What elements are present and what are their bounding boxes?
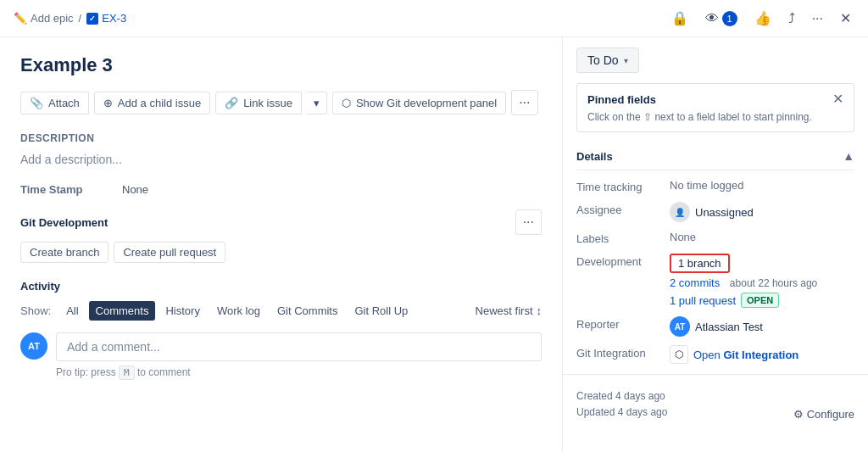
- comment-input[interactable]: Add a comment...: [56, 332, 542, 361]
- show-git-button[interactable]: ⬡ Show Git development panel: [332, 92, 506, 114]
- epic-link[interactable]: ✏️ Add epic: [14, 12, 74, 25]
- activity-tabs: Show: All Comments History Work log Git …: [20, 301, 542, 321]
- create-branch-button[interactable]: Create branch: [20, 242, 108, 263]
- right-panel: To Do ▾ Pinned fields ✕ Click on the ⇧ n…: [563, 37, 868, 452]
- git-integration-icon: ⬡: [670, 345, 688, 364]
- commits-link[interactable]: 2 commits: [670, 276, 720, 289]
- pr-row: 1 pull request OPEN: [670, 293, 854, 308]
- pin-icon: ⇧: [643, 111, 652, 123]
- footer-dates: Created 4 days ago Updated 4 days ago: [576, 388, 667, 421]
- description-label: Description: [20, 132, 542, 144]
- sort-button[interactable]: Newest first ↕: [476, 304, 542, 317]
- time-tracking-row: Time tracking No time logged: [576, 179, 854, 193]
- actions-more-button[interactable]: ···: [511, 90, 537, 115]
- created-date: Created 4 days ago: [576, 388, 667, 405]
- assignee-avatar: 👤: [670, 202, 690, 222]
- user-avatar: AT: [20, 332, 47, 360]
- git-integration-row: Git Integration ⬡ Open Git Integration: [576, 345, 854, 364]
- create-pr-button[interactable]: Create pull request: [114, 242, 225, 263]
- collapse-button[interactable]: ▲: [843, 149, 854, 163]
- git-dev-section: Git Development ···: [20, 209, 542, 235]
- reporter-content: AT Atlassian Test: [670, 316, 854, 337]
- link-issue-button[interactable]: 🔗 Link issue: [215, 92, 302, 114]
- top-nav: ✏️ Add epic / ✓ EX-3 🔒 👁 1 👍 ⤴ ··· ✕: [0, 0, 868, 37]
- lock-button[interactable]: 🔒: [668, 7, 692, 30]
- reporter-value[interactable]: AT Atlassian Test: [670, 316, 854, 337]
- git-icon: ⬡: [342, 97, 351, 109]
- link-icon: 🔗: [225, 97, 238, 109]
- main-layout: Example 3 📎 Attach ⊕ Add a child issue 🔗…: [0, 37, 868, 452]
- details-header: Details ▲: [576, 142, 854, 170]
- assignee-row: Assignee 👤 Unassigned: [576, 202, 854, 222]
- git-dev-more-button[interactable]: ···: [515, 209, 542, 235]
- breadcrumb-separator: /: [79, 12, 82, 25]
- description-field[interactable]: Add a description...: [20, 149, 542, 170]
- pinned-title: Pinned fields: [587, 93, 656, 106]
- tab-all[interactable]: All: [59, 301, 85, 321]
- timestamp-value[interactable]: None: [122, 183, 148, 196]
- pinned-description: Click on the ⇧ next to a field label to …: [587, 111, 843, 123]
- configure-button[interactable]: ⚙ Configure: [793, 408, 854, 421]
- git-integration-link[interactable]: Open Git Integration: [693, 349, 798, 361]
- more-options-button[interactable]: ···: [809, 8, 826, 30]
- pr-status-badge: OPEN: [741, 293, 779, 308]
- thumbs-up-button[interactable]: 👍: [751, 7, 775, 30]
- breadcrumb: ✏️ Add epic / ✓ EX-3: [14, 12, 126, 25]
- status-bar: To Do ▾: [563, 37, 868, 83]
- git-dev-actions: Create branch Create pull request: [20, 242, 542, 263]
- issue-title: Example 3: [20, 54, 542, 76]
- assignee-value[interactable]: 👤 Unassigned: [670, 202, 854, 222]
- tab-worklog[interactable]: Work log: [210, 301, 267, 321]
- add-child-issue-button[interactable]: ⊕ Add a child issue: [94, 92, 210, 114]
- share-button[interactable]: ⤴: [785, 8, 798, 30]
- commits-row: 2 commits about 22 hours ago: [670, 276, 854, 289]
- paperclip-icon: 📎: [30, 97, 43, 109]
- pinned-close-button[interactable]: ✕: [832, 92, 843, 106]
- issue-chip[interactable]: ✓ EX-3: [86, 12, 126, 25]
- branch-badge[interactable]: 1 branch: [670, 254, 730, 273]
- pro-tip: Pro tip: press M to comment: [56, 366, 542, 378]
- attach-button[interactable]: 📎 Attach: [20, 92, 89, 114]
- pinned-header: Pinned fields ✕: [587, 92, 843, 106]
- watch-button[interactable]: 👁 1: [702, 8, 741, 30]
- commits-time: about 22 hours ago: [730, 277, 817, 289]
- labels-value[interactable]: None: [670, 231, 854, 243]
- gear-icon: ⚙: [793, 408, 804, 421]
- activity-section: Activity Show: All Comments History Work…: [20, 280, 542, 378]
- pinned-fields-section: Pinned fields ✕ Click on the ⇧ next to a…: [576, 83, 854, 132]
- show-label: Show:: [20, 304, 51, 317]
- tab-git-commits[interactable]: Git Commits: [270, 301, 345, 321]
- git-dev-title: Git Development: [20, 216, 108, 229]
- pr-link[interactable]: 1 pull request: [670, 294, 736, 307]
- nav-actions: 🔒 👁 1 👍 ⤴ ··· ✕: [668, 7, 854, 30]
- development-label: Development: [576, 254, 670, 268]
- timestamp-label: Time Stamp: [20, 183, 122, 196]
- chevron-down-icon: ▾: [624, 56, 628, 65]
- updated-date: Updated 4 days ago: [576, 405, 667, 421]
- left-panel: Example 3 📎 Attach ⊕ Add a child issue 🔗…: [0, 37, 563, 452]
- assignee-label: Assignee: [576, 202, 670, 216]
- keyboard-shortcut: M: [119, 366, 135, 380]
- link-dropdown-button[interactable]: ▾: [307, 92, 327, 114]
- tab-git-rollup[interactable]: Git Roll Up: [348, 301, 415, 321]
- eye-icon: 👁: [705, 11, 719, 26]
- comment-row: AT Add a comment...: [20, 332, 542, 361]
- pencil-icon: ✏️: [14, 12, 27, 25]
- activity-header: Activity: [20, 280, 542, 293]
- tab-comments[interactable]: Comments: [89, 301, 156, 321]
- child-issue-icon: ⊕: [103, 97, 113, 109]
- issue-type-icon: ✓: [86, 13, 98, 25]
- details-title: Details: [576, 150, 613, 163]
- git-integration-content: ⬡ Open Git Integration: [670, 345, 854, 364]
- labels-label: Labels: [576, 231, 670, 245]
- reporter-row: Reporter AT Atlassian Test: [576, 316, 854, 337]
- tab-history[interactable]: History: [159, 301, 206, 321]
- labels-row: Labels None: [576, 231, 854, 245]
- git-integration-value: ⬡ Open Git Integration: [670, 345, 854, 364]
- assignee-content: 👤 Unassigned: [670, 202, 854, 222]
- reporter-label: Reporter: [576, 316, 670, 331]
- app-container: ✏️ Add epic / ✓ EX-3 🔒 👁 1 👍 ⤴ ··· ✕ Exa…: [0, 0, 868, 452]
- close-button[interactable]: ✕: [837, 7, 854, 30]
- reporter-avatar: AT: [670, 316, 690, 337]
- status-button[interactable]: To Do ▾: [576, 47, 639, 73]
